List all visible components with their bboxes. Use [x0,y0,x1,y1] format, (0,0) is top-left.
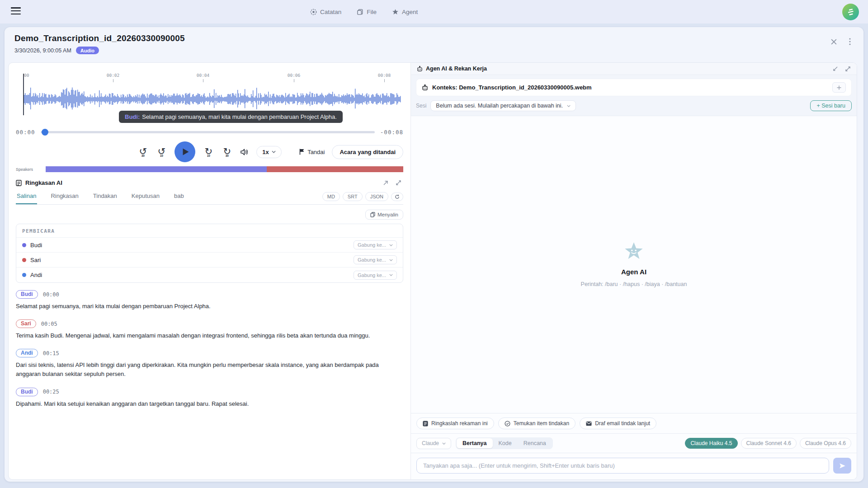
tick-mark [384,79,385,82]
menu-icon[interactable] [11,7,21,16]
model-bar: Claude Bertanya Kode Rencana Claude Haik… [411,433,857,453]
session-dropdown[interactable]: Belum ada sesi. Mulailah percakapan di b… [430,100,576,111]
playhead [23,74,24,115]
nav-item-file[interactable]: File [357,9,377,15]
tooltip-speaker: Budi: [125,113,140,120]
transcript-text: Terima kasih Budi. Mengenai jadwal, kami… [16,331,403,340]
transcript-speaker-pill[interactable]: Andi [16,349,38,357]
context-bar: Konteks: Demo_Transcription_id_202603300… [416,79,852,96]
current-time: 00:00 [16,129,35,136]
robot-icon [417,66,423,72]
transcript-timestamp[interactable]: 00:05 [41,321,57,327]
close-icon[interactable] [830,38,837,45]
mode-rencana[interactable]: Rencana [518,438,552,448]
transcript: Budi 00:00 Selamat pagi semuanya, mari k… [16,290,403,408]
robot-icon [422,84,428,91]
speaker-dot [22,273,26,277]
agent-commands-hint: Perintah: /baru · /hapus · /biaya · /ban… [581,281,687,287]
mode-bertanya[interactable]: Bertanya [457,438,493,448]
quick-action-action-items[interactable]: Temukan item tindakan [498,418,576,429]
speaker-dot [22,258,26,262]
seek-slider[interactable] [41,131,375,133]
forward-10-icon[interactable]: ↻10 [203,146,214,158]
tick-label: 00:04 [197,73,210,78]
transcript-speaker-pill[interactable]: Sari [16,319,36,328]
expand-icon[interactable] [396,180,401,186]
audio-badge: Audio [76,47,99,54]
transcript-timestamp[interactable]: 00:25 [43,389,59,395]
kebab-menu-icon[interactable] [849,38,851,45]
copy-transcript-button[interactable]: Menyalin [365,210,403,220]
speaker-name: Sari [30,257,41,263]
speaker-row-budi: Budi Gabung ke... [16,238,403,253]
quick-action-summarize[interactable]: Ringkaslah rekaman ini [416,418,494,429]
agent-panel: Agen AI & Rekan Kerja Konteks: Demo_Tran… [411,63,857,479]
forward-30-icon[interactable]: ↻30 [222,146,232,158]
merge-speaker-select[interactable]: Gabung ke... [354,255,397,264]
model-claude-opus[interactable]: Claude Opus 4.6 [800,438,851,449]
transcript-speaker-pill[interactable]: Budi [16,290,38,299]
agent-star-icon [392,9,399,15]
recording-datetime: 3/30/2026, 9:00:05 AM [14,47,71,54]
volume-icon[interactable] [240,148,249,156]
model-options: Claude Haiku 4.5 Claude Sonnet 4.6 Claud… [685,438,851,449]
merge-speaker-select[interactable]: Gabung ke... [354,240,397,249]
collapse-icon[interactable] [833,66,838,72]
speakers-bar[interactable] [46,166,403,172]
mail-icon [586,421,592,426]
transcript-timestamp[interactable]: 00:00 [43,291,59,298]
tick-mark [294,79,294,82]
play-button[interactable] [175,141,195,162]
transcript-timestamp[interactable]: 00:15 [43,350,59,357]
tab-tindakan[interactable]: Tindakan [92,189,118,204]
rewind-10-icon[interactable]: ↺10 [156,146,167,158]
main-card: Demo_Transcription_id_20260330090005 3/3… [5,27,863,482]
flag-icon [299,149,305,155]
new-session-button[interactable]: + Sesi baru [810,100,852,111]
tooltip-text: Selamat pagi semuanya, mari kita mulai d… [142,113,337,120]
transcript-entry: Sari 00:05 Terima kasih Budi. Mengenai j… [16,319,403,340]
nav-item-agent[interactable]: Agent [392,9,418,15]
session-label: Sesi [416,103,426,109]
seek-slider-thumb[interactable] [42,129,48,136]
record-icon [310,9,317,15]
chat-input[interactable] [416,458,829,474]
merge-speaker-select[interactable]: Gabung ke... [354,271,397,280]
transcript-entry: Andi 00:15 Dari sisi teknis, latensi API… [16,349,403,379]
agent-star-face-icon [624,242,644,261]
quick-action-draft-email[interactable]: Draf email tindak lanjut [580,418,656,429]
model-claude-haiku[interactable]: Claude Haiku 4.5 [685,438,737,449]
tab-bab[interactable]: bab [173,189,185,204]
transcript-speaker-pill[interactable]: Budi [16,388,38,396]
transcript-entry: Budi 00:25 Dipahami. Mari kita setujui k… [16,388,403,408]
transcript-text: Dipahami. Mari kita setujui kenaikan ang… [16,399,403,408]
rewind-30-icon[interactable]: ↺30 [137,146,148,158]
send-icon [839,463,846,469]
summary-tabs: Salinan Ringkasan Tindakan Keputusan bab… [16,189,403,205]
model-claude-sonnet[interactable]: Claude Sonnet 4.6 [741,438,797,449]
tick-label: 00:08 [378,73,391,78]
mark-button[interactable]: Tandai [299,149,325,155]
tab-ringkasan[interactable]: Ringkasan [50,189,79,204]
playback-speed-button[interactable]: 1x [256,146,281,158]
send-button[interactable] [833,458,851,474]
provider-select[interactable]: Claude [416,438,451,449]
open-in-new-icon[interactable] [383,180,388,186]
mode-kode[interactable]: Kode [493,438,518,448]
refresh-icon[interactable] [391,192,403,201]
export-srt-button[interactable]: SRT [343,192,363,201]
chevron-down-icon [567,105,571,107]
export-md-button[interactable]: MD [322,192,340,201]
export-json-button[interactable]: JSON [365,192,388,201]
speakers-strip-label: Speakers [16,167,46,172]
tab-keputusan[interactable]: Keputusan [131,189,160,204]
tab-salinan[interactable]: Salinan [16,189,37,204]
file-icon [357,9,363,15]
marked-events-button[interactable]: Acara yang ditandai [332,145,403,159]
tick-label: 00:06 [288,73,301,78]
nav-item-catatan[interactable]: Catatan [310,9,341,15]
add-context-button[interactable] [832,82,846,93]
context-label: Konteks: Demo_Transcription_id_202603300… [432,84,592,91]
agent-panel-title: Agen AI & Rekan Kerja [426,66,487,72]
expand-icon[interactable] [845,66,851,72]
